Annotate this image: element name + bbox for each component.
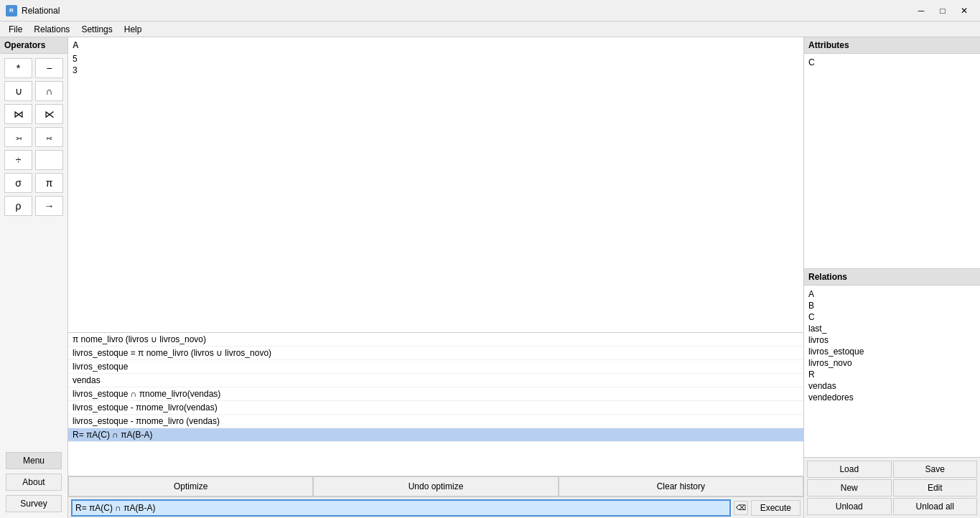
history-area[interactable]: π nome_livro (livros ∪ livros_novo) livr…: [68, 333, 803, 476]
main-layout: Operators * − ∪ ∩ ⋈ ⋉ ⟕ ⟖ ÷ σ π ρ → Menu…: [0, 37, 980, 518]
attribute-item: C: [808, 57, 976, 68]
result-row: 5: [73, 53, 799, 65]
window-controls: ─ □ ✕: [911, 4, 974, 18]
result-row: 3: [73, 65, 799, 76]
right-buttons: Load Save New Edit Unload Unload all: [804, 458, 980, 518]
relation-item[interactable]: B: [808, 300, 976, 311]
relations-header: Relations: [804, 269, 980, 286]
app-icon: R: [6, 5, 17, 17]
relation-item[interactable]: vendedores: [808, 392, 976, 403]
op-left-outer-join[interactable]: ⟕: [4, 127, 32, 147]
op-natural-join-right[interactable]: ⋉: [35, 104, 63, 124]
op-union[interactable]: ∪: [4, 81, 32, 101]
relation-item[interactable]: A: [808, 288, 976, 300]
input-row: ⌫ Execute: [68, 496, 803, 518]
close-button[interactable]: ✕: [954, 4, 974, 18]
new-button[interactable]: New: [807, 479, 892, 496]
unload-all-button[interactable]: Unload all: [893, 498, 978, 515]
op-arrow[interactable]: →: [35, 196, 63, 216]
clear-input-button[interactable]: ⌫: [734, 501, 748, 515]
optimize-button[interactable]: Optimize: [68, 476, 313, 496]
load-button[interactable]: Load: [807, 461, 892, 478]
relations-area: A B C last_ livros livros_estoque livros…: [804, 286, 980, 458]
attributes-header: Attributes: [804, 37, 980, 54]
history-item[interactable]: π nome_livro (livros ∪ livros_novo): [68, 333, 803, 347]
save-button[interactable]: Save: [893, 461, 978, 478]
op-select[interactable]: σ: [4, 173, 32, 193]
clear-history-button[interactable]: Clear history: [559, 476, 803, 496]
title-bar-left: R Relational: [6, 5, 60, 17]
execute-button[interactable]: Execute: [751, 500, 801, 516]
maximize-button[interactable]: □: [933, 4, 953, 18]
edit-button[interactable]: Edit: [893, 479, 978, 496]
op-placeholder[interactable]: [35, 150, 63, 170]
operators-header: Operators: [0, 37, 67, 54]
history-item[interactable]: livros_estoque: [68, 360, 803, 374]
relation-item[interactable]: livros_novo: [808, 357, 976, 369]
left-bottom: Menu About Survey: [0, 446, 67, 518]
menu-file[interactable]: File: [3, 23, 28, 36]
menu-relations[interactable]: Relations: [28, 23, 75, 36]
op-cross-product[interactable]: *: [4, 58, 32, 78]
op-right-outer-join[interactable]: ⟖: [35, 127, 63, 147]
history-item[interactable]: livros_estoque = π nome_livro (livros ∪ …: [68, 347, 803, 360]
undo-optimize-button[interactable]: Undo optimize: [313, 476, 558, 496]
center-panel: A 5 3 π nome_livro (livros ∪ livros_novo…: [68, 37, 804, 518]
relation-item[interactable]: livros: [808, 334, 976, 346]
operators-grid: * − ∪ ∩ ⋈ ⋉ ⟕ ⟖ ÷ σ π ρ →: [0, 54, 67, 220]
relation-item[interactable]: R: [808, 369, 976, 380]
unload-button[interactable]: Unload: [807, 498, 892, 515]
menu-settings[interactable]: Settings: [75, 23, 118, 36]
about-button[interactable]: About: [6, 474, 62, 491]
minimize-button[interactable]: ─: [911, 4, 931, 18]
op-difference[interactable]: −: [35, 58, 63, 78]
app-title: Relational: [22, 6, 60, 16]
relation-item[interactable]: last_: [808, 323, 976, 334]
attributes-area: C: [804, 54, 980, 269]
menu-label[interactable]: Menu: [6, 452, 62, 469]
results-area: A 5 3: [68, 37, 803, 333]
results-column-header: A: [73, 40, 799, 50]
history-item-selected[interactable]: R= πA(C) ∩ πA(B-A): [68, 428, 803, 442]
left-panel: Operators * − ∪ ∩ ⋈ ⋉ ⟕ ⟖ ÷ σ π ρ → Menu…: [0, 37, 68, 518]
relation-item[interactable]: livros_estoque: [808, 346, 976, 357]
op-rename[interactable]: ρ: [4, 196, 32, 216]
op-natural-join-left[interactable]: ⋈: [4, 104, 32, 124]
op-project[interactable]: π: [35, 173, 63, 193]
title-bar: R Relational ─ □ ✕: [0, 0, 980, 22]
menu-help[interactable]: Help: [118, 23, 148, 36]
op-intersection[interactable]: ∩: [35, 81, 63, 101]
history-item[interactable]: livros_estoque ∩ πnome_livro(vendas): [68, 387, 803, 401]
menu-bar: File Relations Settings Help: [0, 22, 980, 37]
right-panel: Attributes C Relations A B C last_ livro…: [804, 37, 980, 518]
relation-item[interactable]: C: [808, 311, 976, 323]
history-item[interactable]: livros_estoque - πnome_livro (vendas): [68, 415, 803, 428]
op-division[interactable]: ÷: [4, 150, 32, 170]
relation-item[interactable]: vendas: [808, 380, 976, 392]
history-item[interactable]: vendas: [68, 374, 803, 387]
history-item[interactable]: livros_estoque - πnome_livro(vendas): [68, 401, 803, 415]
query-input[interactable]: [71, 499, 731, 517]
action-row: Optimize Undo optimize Clear history: [68, 476, 803, 496]
survey-button[interactable]: Survey: [6, 495, 62, 512]
